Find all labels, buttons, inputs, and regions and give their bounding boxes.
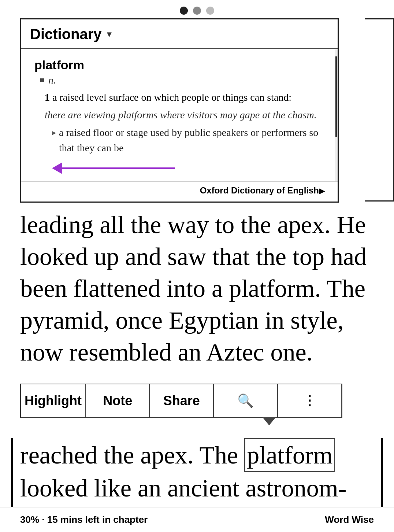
arrow-graphic [52, 162, 175, 174]
search-button[interactable]: 🔍 [214, 384, 278, 417]
reading-text-main: leading all the way to the apex. He look… [20, 209, 374, 368]
dot-2[interactable] [193, 7, 201, 15]
dot-1[interactable] [180, 7, 188, 15]
footer-bar: 30% · 15 mins left in chapter Word Wise [0, 507, 394, 532]
more-icon: ⋮ [303, 393, 316, 409]
dot-3[interactable] [206, 7, 214, 15]
headword: platform [34, 58, 324, 72]
dictionary-header[interactable]: Dictionary ▼ [21, 19, 338, 49]
highlighted-word: platform [244, 438, 335, 472]
dictionary-chevron-icon[interactable]: ▼ [105, 30, 114, 39]
progress-text: 30% · 15 mins left in chapter [20, 514, 148, 525]
toolbar-caret [263, 417, 276, 425]
definition-example: there are viewing platforms where visito… [45, 107, 324, 123]
sub-bullet-icon: ▸ [52, 126, 56, 156]
scrollbar-thumb[interactable] [335, 56, 337, 137]
search-icon: 🔍 [237, 393, 254, 409]
dictionary-panel: Dictionary ▼ platform n. 1 a raised leve… [20, 18, 339, 203]
purple-arrow [52, 162, 324, 174]
highlight-button[interactable]: Highlight [21, 384, 86, 417]
wordwise-text: Word Wise [325, 514, 374, 525]
arrow-line [62, 167, 175, 169]
left-margin-bar [11, 438, 13, 519]
scrollbar[interactable] [335, 49, 338, 181]
note-button[interactable]: Note [86, 384, 150, 417]
dictionary-body: platform n. 1 a raised level surface on … [21, 49, 338, 181]
right-margin-bar [381, 438, 383, 519]
definition-1: 1 a raised level surface on which people… [45, 90, 324, 105]
dictionary-content: platform n. 1 a raised level surface on … [21, 49, 338, 181]
dictionary-title: Dictionary [30, 26, 102, 43]
page-indicator [0, 0, 394, 18]
share-button[interactable]: Share [150, 384, 214, 417]
part-of-speech: n. [40, 74, 324, 86]
context-toolbar: Highlight Note Share 🔍 ⋮ [20, 384, 342, 418]
right-panel-edge [365, 18, 394, 202]
reading-text-lower: reached the apex. The platform looked li… [20, 438, 374, 504]
footer-arrow-icon: ▶ [319, 187, 324, 195]
arrow-head [52, 162, 62, 174]
definition-sub: ▸ a raised floor or stage used by public… [52, 125, 324, 156]
dictionary-footer[interactable]: Oxford Dictionary of English▶ [21, 181, 338, 202]
pos-bullet [40, 78, 44, 82]
more-button[interactable]: ⋮ [278, 384, 342, 417]
